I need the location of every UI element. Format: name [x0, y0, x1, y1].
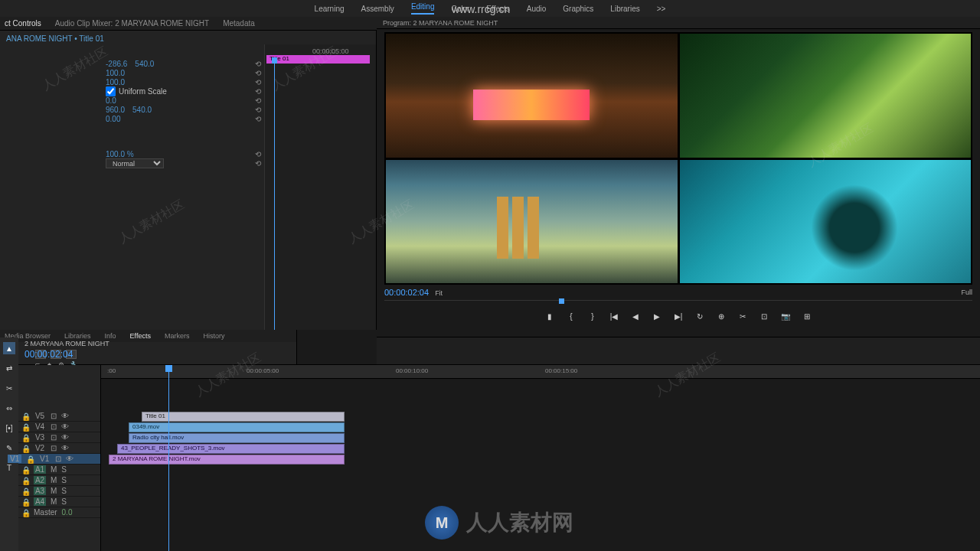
- watermark-logo: M 人人素材网: [425, 506, 573, 540]
- ws-learning[interactable]: Learning: [315, 5, 345, 13]
- timeline-timecode[interactable]: 00:00:02:04: [24, 349, 974, 360]
- ws-assembly[interactable]: Assembly: [361, 5, 394, 13]
- ec-position-y[interactable]: 540.0: [135, 60, 154, 68]
- ruler-tick: 00:00:10:00: [396, 367, 428, 374]
- track-header-master[interactable]: 🔒Master0.0: [18, 507, 100, 518]
- ec-rotation[interactable]: 0.0: [106, 96, 116, 105]
- ec-opacity[interactable]: 100.0 %: [106, 150, 134, 158]
- track-headers: 🔒V5⊡👁 🔒V4⊡👁 🔒V3⊡👁 🔒V2⊡👁 V1🔒V1⊡👁 🔒A1MS 🔒A…: [18, 365, 101, 551]
- ruler-tick: :00: [107, 367, 116, 374]
- reset-icon[interactable]: ⟲: [255, 60, 261, 68]
- reset-icon[interactable]: ⟲: [255, 115, 261, 123]
- ws-graphics[interactable]: Graphics: [563, 5, 593, 13]
- ws-libraries[interactable]: Libraries: [610, 5, 639, 13]
- ec-clip-bar[interactable]: Title 01: [266, 55, 370, 64]
- track-select-tool[interactable]: ⇄: [3, 362, 15, 374]
- watermark-logo-icon: M: [425, 506, 459, 540]
- source-panel-tabs: ct Controls Audio Clip Mixer: 2 MARYANA …: [0, 17, 377, 31]
- ec-anchor-y[interactable]: 540.0: [132, 106, 152, 114]
- clip-title[interactable]: Title 01: [142, 412, 345, 422]
- ruler-tick: 00:00:15:00: [545, 367, 577, 374]
- slip-tool[interactable]: [•]: [3, 422, 15, 434]
- ruler-tick: 00:00:05:00: [247, 367, 279, 374]
- ws-audio[interactable]: Audio: [527, 5, 547, 13]
- ec-scale-w[interactable]: 100.0: [106, 78, 125, 86]
- ec-scale[interactable]: 100.0: [106, 69, 125, 77]
- reset-icon[interactable]: ⟲: [255, 87, 261, 96]
- tab-metadata[interactable]: Metadata: [223, 19, 255, 28]
- clip-v3[interactable]: Radio city hall.mov: [129, 433, 345, 443]
- playback-controls: ▮ { } |◀ ◀ ▶ ▶| ↻ ⊕ ✂ ⊡ 📷 ⊞: [377, 308, 980, 324]
- ec-mini-timeline[interactable]: 00:00:05:00 Title 01: [264, 44, 376, 330]
- program-tab-label[interactable]: Program: 2 MARYANA ROME NIGHT: [383, 19, 498, 27]
- reset-icon[interactable]: ⟲: [255, 159, 261, 168]
- track-header-v4[interactable]: 🔒V4⊡👁: [18, 422, 100, 432]
- reset-icon[interactable]: ⟲: [255, 106, 261, 114]
- play-button[interactable]: ▶: [652, 311, 662, 321]
- zoom-fit[interactable]: Fit: [435, 289, 443, 297]
- razor-tool[interactable]: ⇔: [3, 402, 15, 414]
- reset-icon[interactable]: ⟲: [255, 96, 261, 105]
- program-monitor[interactable]: [384, 32, 972, 285]
- uniform-scale-input[interactable]: [106, 86, 116, 96]
- track-header-a3[interactable]: 🔒A3MS: [18, 486, 100, 497]
- timeline-playhead[interactable]: [168, 365, 169, 551]
- pen-tool[interactable]: ✎: [3, 442, 15, 454]
- clip-v2[interactable]: 43_PEOPLE_READY_SHOTS_3.mov: [117, 444, 345, 454]
- ec-position-x[interactable]: -286.6: [106, 60, 127, 68]
- watermark-url: www.rrcg.cn: [452, 3, 510, 15]
- ws-more[interactable]: >>: [657, 5, 666, 13]
- track-header-v3[interactable]: 🔒V3⊡👁: [18, 432, 100, 443]
- type-tool[interactable]: T: [3, 461, 15, 474]
- tab-effect-controls[interactable]: ct Controls: [5, 19, 41, 28]
- video-quad-4: [680, 160, 972, 284]
- mark-in-button[interactable]: ▮: [544, 311, 555, 321]
- ec-playhead[interactable]: [274, 64, 275, 330]
- video-quad-2: [680, 34, 972, 158]
- ec-properties: -286.6540.0⟲ 100.0⟲ 100.0⟲ Uniform Scale…: [0, 60, 264, 168]
- video-quad-1: [386, 34, 678, 158]
- ec-antiflicker[interactable]: 0.00: [106, 115, 120, 123]
- watermark-logo-text: 人人素材网: [466, 508, 573, 537]
- uniform-scale-checkbox[interactable]: Uniform Scale: [106, 86, 167, 96]
- track-header-v5[interactable]: 🔒V5⊡👁: [18, 411, 100, 422]
- resolution-full[interactable]: Full: [961, 289, 972, 296]
- track-header-v2[interactable]: 🔒V2⊡👁: [18, 443, 100, 454]
- step-fwd-button[interactable]: ▶|: [673, 311, 684, 321]
- effect-controls-panel: ANA ROME NIGHT • Title 01 00:00:05:00 Ti…: [0, 31, 377, 330]
- mark-out-icon[interactable]: }: [587, 311, 598, 321]
- ec-timecode: 00:00:05:00: [312, 47, 349, 55]
- track-header-a2[interactable]: 🔒A2MS: [18, 475, 100, 486]
- track-header-a1[interactable]: 🔒A1MS: [18, 465, 100, 475]
- program-monitor-panel: Program: 2 MARYANA ROME NIGHT 00:00:02:0…: [377, 17, 980, 337]
- ec-blend-mode[interactable]: Normal: [106, 158, 164, 168]
- scrub-handle[interactable]: [559, 298, 564, 304]
- ec-anchor-x[interactable]: 960.0: [106, 106, 125, 114]
- reset-icon[interactable]: ⟲: [255, 69, 261, 77]
- lift-button[interactable]: ⊕: [716, 311, 727, 321]
- selection-tool[interactable]: ▲: [3, 342, 15, 354]
- comparison-button[interactable]: ⊞: [802, 311, 812, 321]
- mark-in-icon[interactable]: {: [566, 311, 577, 321]
- reset-icon[interactable]: ⟲: [255, 78, 261, 86]
- extract-button[interactable]: ✂: [737, 311, 748, 321]
- tools-column: ▲ ⇄ ✂ ⇔ [•] ✎ T: [0, 337, 18, 551]
- snapshot-button[interactable]: 📷: [780, 311, 791, 321]
- clip-v1[interactable]: 2 MARYANA ROME NIGHT.mov: [109, 455, 345, 465]
- clip-v4[interactable]: 0349.mov: [129, 422, 345, 432]
- video-quad-3: [386, 160, 678, 284]
- tab-audio-mixer[interactable]: Audio Clip Mixer: 2 MARYANA ROME NIGHT: [55, 19, 209, 28]
- reset-icon[interactable]: ⟲: [255, 150, 261, 158]
- export-frame-button[interactable]: ⊡: [759, 311, 769, 321]
- sequence-name[interactable]: 2 MARYANA ROME NIGHT: [24, 340, 974, 347]
- ws-editing[interactable]: Editing: [411, 2, 435, 15]
- time-ruler[interactable]: :00 00:00:05:00 00:00:10:00 00:00:15:00: [101, 365, 980, 379]
- go-to-in-button[interactable]: |◀: [609, 311, 619, 321]
- track-header-v1[interactable]: V1🔒V1⊡👁: [18, 454, 100, 465]
- step-back-button[interactable]: ◀: [630, 311, 641, 321]
- ripple-tool[interactable]: ✂: [3, 382, 15, 394]
- program-timecode[interactable]: 00:00:02:04: [384, 288, 429, 297]
- track-header-a4[interactable]: 🔒A4MS: [18, 497, 100, 507]
- program-scrubber[interactable]: [384, 300, 972, 308]
- go-to-out-button[interactable]: ↻: [694, 311, 705, 321]
